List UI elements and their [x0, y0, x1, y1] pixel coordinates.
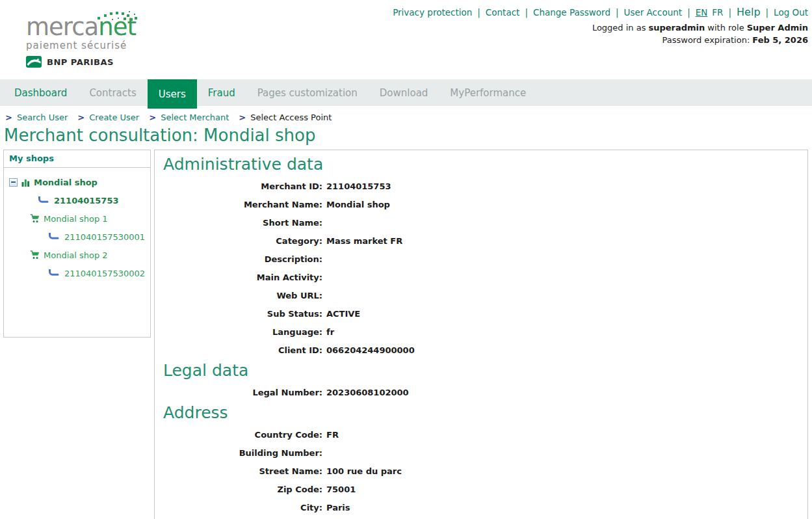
chevron-right-icon: > — [77, 113, 85, 122]
tree-item-211040157530002[interactable]: 211040157530002 — [5, 264, 149, 282]
lang-en-link[interactable]: EN — [696, 7, 708, 18]
page-title: Merchant consultation: Mondial shop — [4, 126, 812, 145]
chevron-right-icon: > — [5, 113, 12, 122]
bnp-paribas-label: BNP PARIBAS — [47, 57, 114, 67]
mercanet-wordmark-gray: merca — [26, 13, 98, 41]
field-row-sub-status: Sub Status:ACTIVE — [163, 304, 801, 323]
field-label: Description: — [163, 254, 322, 264]
tab-dashboard[interactable]: Dashboard — [3, 79, 78, 106]
tree-item-label: 211040157530001 — [64, 232, 145, 242]
tree-item-mondial-shop-1[interactable]: Mondial shop 1 — [5, 209, 149, 228]
link-user-account[interactable]: User Account — [624, 7, 683, 18]
separator: | — [687, 7, 690, 18]
field-label: City: — [163, 503, 322, 512]
field-value: 75001 — [326, 485, 801, 494]
link-privacy-protection[interactable]: Privacy protection — [393, 7, 472, 18]
breadcrumb-step: >Create User — [77, 113, 139, 122]
shop-tree: Mondial shop21104015753Mondial shop 1211… — [4, 168, 150, 289]
field-label: Language: — [163, 327, 322, 337]
branch-icon — [48, 233, 59, 241]
tree-item-label: Mondial shop 2 — [44, 250, 108, 260]
collapse-expander-icon[interactable] — [9, 178, 18, 187]
breadcrumb-create-user[interactable]: Create User — [89, 113, 139, 122]
field-row-client-id: Client ID:066204244900000 — [163, 341, 801, 359]
branch-icon — [38, 196, 49, 204]
tab-myperformance: MyPerformance — [439, 79, 537, 106]
section-title-administrative-data: Administrative data — [163, 155, 801, 174]
field-label: Merchant Name: — [163, 200, 322, 209]
link-change-password[interactable]: Change Password — [533, 7, 610, 18]
field-row-language: Language:fr — [163, 323, 801, 341]
field-value: fr — [326, 327, 801, 337]
field-row-city: City:Paris — [163, 498, 801, 516]
tree-item-211040157530001[interactable]: 211040157530001 — [5, 228, 149, 246]
logged-in-status: Logged in assuperadminwith roleSuper Adm… — [393, 23, 808, 33]
tab-pages-customization: Pages customization — [246, 79, 369, 106]
mercanet-wordmark: mercanet — [26, 16, 136, 39]
field-label: Merchant ID: — [163, 181, 322, 191]
field-label: Legal Number: — [163, 388, 322, 397]
field-row-zip-code: Zip Code:75001 — [163, 480, 801, 498]
breadcrumb-select-merchant[interactable]: Select Merchant — [161, 113, 229, 122]
field-value: ACTIVE — [326, 309, 801, 319]
mercanet-logo: mercanet paiement sécurisé BNP PARIBAS — [26, 16, 136, 68]
field-label: Client ID: — [163, 345, 322, 355]
tab-users[interactable]: Users — [148, 79, 197, 109]
section-title-address: Address — [163, 403, 801, 423]
logged-in-prefix: Logged in as — [592, 23, 646, 33]
breadcrumb-search-user[interactable]: Search User — [17, 113, 68, 122]
link-contact[interactable]: Contact — [486, 7, 520, 18]
tab-contracts: Contracts — [78, 79, 147, 106]
field-row-building-number: Building Number: — [163, 444, 801, 462]
field-label: Main Activity: — [163, 273, 322, 282]
field-label: Street Name: — [163, 466, 322, 476]
tree-item-label: 211040157530002 — [64, 269, 145, 278]
merchant-detail-panel: Administrative dataMerchant ID:211040157… — [154, 150, 808, 519]
logo-tagline: paiement sécurisé — [26, 40, 136, 51]
help-link[interactable]: Help — [737, 6, 760, 18]
field-row-country-code: Country Code:FR — [163, 425, 801, 444]
chevron-right-icon: > — [149, 113, 156, 122]
tree-item-label: 21104015753 — [54, 196, 119, 206]
bnp-paribas-icon — [26, 56, 42, 68]
tree-item-21104015753[interactable]: 21104015753 — [5, 191, 149, 209]
my-shops-title: My shops — [4, 150, 150, 168]
field-value: Mondial shop — [326, 200, 801, 209]
field-value: 100 rue du parc — [326, 466, 801, 476]
field-row-merchant-id: Merchant ID:21104015753 — [163, 177, 801, 195]
breadcrumb: >Search User>Create User>Select Merchant… — [0, 106, 812, 122]
tab-fraud[interactable]: Fraud — [197, 79, 246, 106]
breadcrumb-step: >Select Merchant — [149, 113, 229, 122]
cart-icon — [30, 214, 40, 223]
sparkle-dots-icon — [98, 17, 100, 20]
field-label: Building Number: — [163, 448, 322, 458]
main-nav: DashboardContractsUsersFraudPages custom… — [0, 79, 812, 106]
breadcrumb-step: >Select Access Point — [239, 113, 332, 122]
lang-fr-link[interactable]: FR — [712, 7, 723, 18]
field-row-legal-number: Legal Number:20230608102000 — [163, 383, 801, 401]
field-label: Zip Code: — [163, 485, 322, 494]
tree-item-mondial-shop-2[interactable]: Mondial shop 2 — [5, 246, 149, 264]
separator: | — [766, 7, 769, 18]
section-title-legal-data: Legal data — [163, 361, 801, 380]
password-expiration-value: Feb 5, 2026 — [752, 35, 808, 45]
separator: | — [477, 7, 480, 18]
field-row-category: Category:Mass market FR — [163, 232, 801, 250]
cart-icon — [30, 250, 40, 260]
field-row-street-name: Street Name:100 rue du parc — [163, 462, 801, 480]
field-value: 20230608102000 — [326, 388, 801, 397]
tree-item-mondial-shop[interactable]: Mondial shop — [5, 173, 149, 191]
field-value: 066204244900000 — [326, 345, 801, 355]
tree-item-label: Mondial shop — [34, 178, 98, 187]
field-value: FR — [326, 430, 801, 440]
field-row-short-name: Short Name: — [163, 213, 801, 232]
password-expiration: Password expiration:Feb 5, 2026 — [393, 35, 808, 45]
field-row-merchant-name: Merchant Name:Mondial shop — [163, 195, 801, 213]
field-label: Sub Status: — [163, 309, 322, 319]
bar-chart-icon — [21, 178, 30, 187]
mercanet-wordmark-green: net — [98, 13, 136, 41]
field-label: Web URL: — [163, 291, 322, 300]
chevron-right-icon: > — [239, 113, 246, 122]
logout-link[interactable]: Log Out — [774, 7, 808, 18]
branch-icon — [48, 269, 59, 277]
